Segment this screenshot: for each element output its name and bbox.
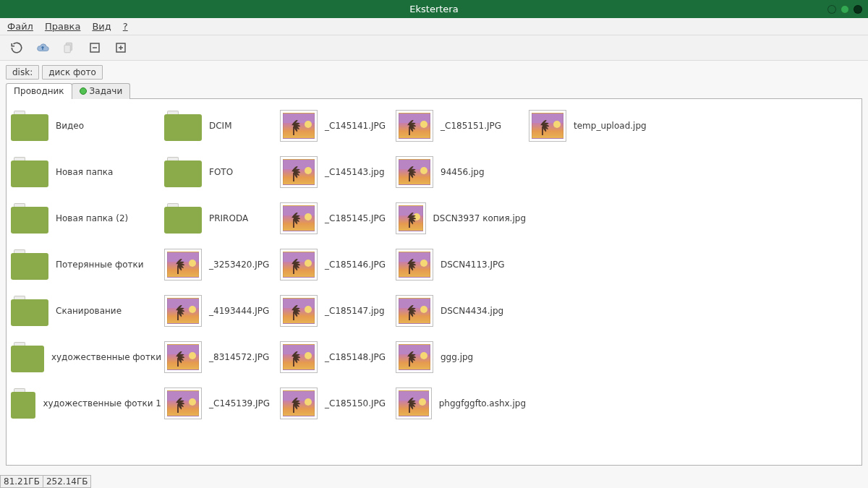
item-label: Сканирование [56, 306, 122, 316]
item-label: phggfggfto.ashx.jpg [439, 398, 526, 408]
item-label: _C185146.JPG [325, 260, 386, 270]
copy-button[interactable] [61, 40, 77, 56]
location-path[interactable]: диск фото [42, 65, 103, 80]
file-item[interactable]: _C185145.JPG [280, 200, 393, 236]
folder-item[interactable]: художественные фотки 1 [11, 385, 161, 421]
image-icon [396, 295, 433, 327]
image-icon [280, 110, 318, 142]
file-item[interactable]: DSCN4434.jpg [396, 293, 526, 329]
status-total: 252.14ГБ [43, 475, 92, 488]
tab-tasks-label: Задачи [90, 86, 123, 96]
file-item[interactable]: _C185146.JPG [280, 247, 393, 283]
menu-edit[interactable]: Правка [45, 21, 80, 32]
file-item[interactable]: _C185150.JPG [280, 385, 393, 421]
item-label: Видео [56, 121, 84, 131]
svg-rect-1 [64, 45, 70, 53]
folder-icon [11, 388, 35, 419]
folder-item[interactable]: FOTO [164, 154, 277, 190]
file-item[interactable]: temp_upload.jpg [529, 108, 659, 144]
file-item[interactable]: DSCN4113.JPG [396, 247, 526, 283]
view-tabs: Проводник Задачи [0, 83, 868, 99]
menu-help[interactable]: ? [123, 21, 128, 32]
close-button[interactable] [854, 5, 862, 14]
folder-item[interactable]: Потерянные фотки [11, 247, 161, 283]
file-item[interactable]: _C185151.JPG [396, 108, 526, 144]
image-icon [280, 341, 318, 373]
item-label: _C145141.JPG [325, 121, 386, 131]
item-label: _C185150.JPG [325, 398, 386, 408]
folder-item[interactable]: Новая папка (2) [11, 200, 161, 236]
file-item[interactable]: ggg.jpg [396, 339, 526, 375]
tab-tasks[interactable]: Задачи [72, 83, 131, 99]
image-icon [396, 249, 433, 281]
image-icon [529, 110, 566, 142]
folder-icon [11, 249, 48, 280]
folder-item[interactable]: Новая папка [11, 154, 161, 190]
view-grid-button[interactable] [113, 40, 129, 56]
image-icon [280, 156, 318, 188]
item-label: 94456.jpg [441, 167, 485, 177]
menu-view[interactable]: Вид [92, 21, 111, 32]
folder-icon [11, 157, 48, 187]
folder-item[interactable]: художественные фотки [11, 339, 161, 375]
toolbar [0, 35, 868, 61]
image-icon [164, 249, 202, 281]
item-label: DSCN3937 копия.jpg [433, 213, 526, 223]
item-label: ggg.jpg [441, 352, 473, 362]
view-list-button[interactable] [87, 40, 103, 56]
item-label: PRIRODA [209, 213, 248, 223]
image-icon [396, 388, 432, 419]
image-icon [164, 341, 202, 373]
folder-item[interactable]: Сканирование [11, 293, 161, 329]
item-label: DCIM [209, 121, 232, 131]
status-used: 81.21ГБ [0, 475, 43, 488]
image-icon [164, 388, 202, 419]
file-item[interactable]: _C145141.JPG [280, 108, 393, 144]
file-item[interactable]: 94456.jpg [396, 154, 526, 190]
item-label: temp_upload.jpg [574, 121, 647, 131]
folder-item[interactable]: Видео [11, 108, 161, 144]
file-item[interactable]: _3253420.JPG [164, 247, 277, 283]
item-label: _C145139.JPG [209, 398, 270, 408]
maximize-button[interactable] [841, 5, 849, 14]
item-label: DSCN4113.JPG [441, 260, 505, 270]
image-icon [396, 341, 433, 373]
tab-explorer-label: Проводник [14, 86, 64, 96]
location-bar: disk: диск фото [0, 61, 868, 82]
location-root[interactable]: disk: [6, 65, 39, 80]
status-bar: 81.21ГБ 252.14ГБ [0, 475, 90, 488]
file-item[interactable]: DSCN3937 копия.jpg [396, 200, 526, 236]
item-label: _3253420.JPG [209, 260, 269, 270]
copy-icon [62, 41, 75, 54]
file-item[interactable]: _C145143.jpg [280, 154, 393, 190]
item-label: Новая папка (2) [56, 213, 128, 223]
image-icon [280, 202, 318, 234]
image-icon [396, 202, 426, 234]
file-item[interactable]: _C185148.JPG [280, 339, 393, 375]
file-item[interactable]: _8314572.JPG [164, 339, 277, 375]
file-item[interactable]: phggfggfto.ashx.jpg [396, 385, 526, 421]
item-label: DSCN4434.jpg [441, 306, 503, 316]
item-label: Новая папка [56, 167, 113, 177]
upload-button[interactable] [35, 40, 51, 56]
file-item[interactable]: _C185147.jpg [280, 293, 393, 329]
title-bar: Ekstertera [0, 0, 868, 18]
folder-item[interactable]: DCIM [164, 108, 277, 144]
file-pane[interactable]: ВидеоНовая папкаНовая папка (2)Потерянны… [6, 98, 862, 466]
tab-explorer[interactable]: Проводник [6, 83, 72, 99]
folder-icon [11, 342, 44, 372]
item-label: FOTO [209, 167, 233, 177]
file-item[interactable]: _4193444.JPG [164, 293, 277, 329]
file-item[interactable]: _C145139.JPG [164, 385, 277, 421]
image-icon [280, 249, 318, 281]
folder-icon [11, 296, 48, 326]
menu-file[interactable]: Файл [7, 21, 33, 32]
item-label: _C185148.JPG [325, 352, 386, 362]
folder-item[interactable]: PRIRODA [164, 200, 277, 236]
item-label: _C185147.jpg [325, 306, 385, 316]
image-icon [396, 110, 433, 142]
minimize-button[interactable] [827, 5, 836, 14]
window-controls [827, 5, 862, 14]
item-label: _C145143.jpg [325, 167, 385, 177]
refresh-button[interactable] [9, 40, 25, 56]
